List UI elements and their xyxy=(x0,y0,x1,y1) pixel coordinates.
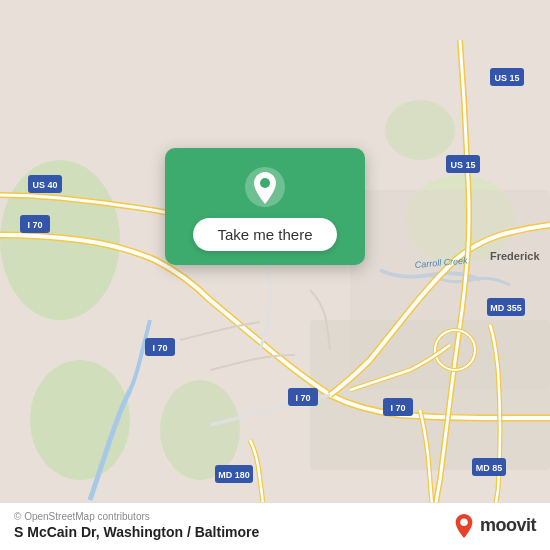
svg-point-33 xyxy=(260,178,270,188)
take-me-there-button[interactable]: Take me there xyxy=(193,218,336,251)
moovit-pin-icon xyxy=(453,513,475,539)
svg-text:I 70: I 70 xyxy=(152,343,167,353)
svg-text:I 70: I 70 xyxy=(27,220,42,230)
svg-text:I 70: I 70 xyxy=(390,403,405,413)
svg-text:US 15: US 15 xyxy=(450,160,475,170)
location-label: S McCain Dr, Washington / Baltimore xyxy=(14,524,259,540)
svg-point-34 xyxy=(460,518,467,525)
svg-text:US 40: US 40 xyxy=(32,180,57,190)
svg-text:I 70: I 70 xyxy=(295,393,310,403)
map-pin-icon xyxy=(244,166,286,208)
svg-text:MD 180: MD 180 xyxy=(218,470,250,480)
map-background: I 70 US 40 US 15 US 15 I 70 I 70 I 70 MD… xyxy=(0,0,550,550)
map-attribution: © OpenStreetMap contributors xyxy=(14,511,259,522)
location-card: Take me there xyxy=(165,148,365,265)
svg-point-5 xyxy=(385,100,455,160)
bottom-info: © OpenStreetMap contributors S McCain Dr… xyxy=(14,511,259,540)
svg-text:Frederick: Frederick xyxy=(490,250,540,262)
bottom-bar: © OpenStreetMap contributors S McCain Dr… xyxy=(0,502,550,550)
svg-text:MD 355: MD 355 xyxy=(490,303,522,313)
svg-text:US 15: US 15 xyxy=(494,73,519,83)
svg-rect-7 xyxy=(310,320,550,470)
map-container: I 70 US 40 US 15 US 15 I 70 I 70 I 70 MD… xyxy=(0,0,550,550)
moovit-logo: moovit xyxy=(453,513,536,539)
svg-text:MD 85: MD 85 xyxy=(476,463,503,473)
moovit-brand-text: moovit xyxy=(480,515,536,536)
